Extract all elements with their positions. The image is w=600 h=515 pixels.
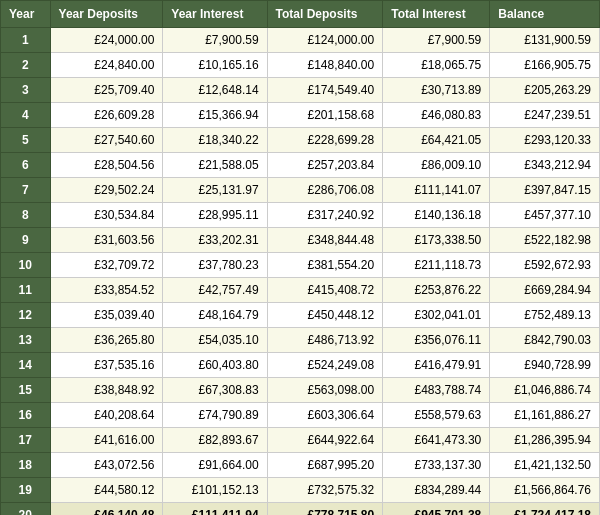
cell-yearInterest: £7,900.59 [163,28,267,53]
cell-totalInterest: £302,041.01 [383,303,490,328]
cell-totalInterest: £945,701.38 [383,503,490,516]
cell-totalDeposits: £687,995.20 [267,453,383,478]
table-row: 12£35,039.40£48,164.79£450,448.12£302,04… [1,303,600,328]
cell-yearDeposits: £37,535.16 [50,353,163,378]
cell-totalDeposits: £286,706.08 [267,178,383,203]
cell-balance: £1,566,864.76 [490,478,600,503]
cell-totalDeposits: £415,408.72 [267,278,383,303]
table-row: 7£29,502.24£25,131.97£286,706.08£111,141… [1,178,600,203]
cell-balance: £669,284.94 [490,278,600,303]
header-year-interest: Year Interest [163,1,267,28]
cell-year: 9 [1,228,51,253]
cell-totalInterest: £18,065.75 [383,53,490,78]
cell-yearDeposits: £38,848.92 [50,378,163,403]
cell-year: 13 [1,328,51,353]
cell-totalInterest: £140,136.18 [383,203,490,228]
cell-yearDeposits: £36,265.80 [50,328,163,353]
cell-year: 17 [1,428,51,453]
cell-balance: £343,212.94 [490,153,600,178]
table-row: 2£24,840.00£10,165.16£148,840.00£18,065.… [1,53,600,78]
cell-yearInterest: £48,164.79 [163,303,267,328]
table-row: 5£27,540.60£18,340.22£228,699.28£64,421.… [1,128,600,153]
cell-totalInterest: £86,009.10 [383,153,490,178]
cell-balance: £522,182.98 [490,228,600,253]
cell-totalDeposits: £450,448.12 [267,303,383,328]
cell-balance: £752,489.13 [490,303,600,328]
cell-yearDeposits: £25,709.40 [50,78,163,103]
header-balance: Balance [490,1,600,28]
cell-balance: £1,046,886.74 [490,378,600,403]
cell-balance: £397,847.15 [490,178,600,203]
cell-balance: £940,728.99 [490,353,600,378]
cell-year: 5 [1,128,51,153]
cell-yearDeposits: £26,609.28 [50,103,163,128]
cell-totalDeposits: £201,158.68 [267,103,383,128]
table-row: 1£24,000.00£7,900.59£124,000.00£7,900.59… [1,28,600,53]
cell-totalInterest: £356,076.11 [383,328,490,353]
table-header-row: Year Year Deposits Year Interest Total D… [1,1,600,28]
table-row: 16£40,208.64£74,790.89£603,306.64£558,57… [1,403,600,428]
cell-yearDeposits: £28,504.56 [50,153,163,178]
cell-totalInterest: £641,473.30 [383,428,490,453]
table-row: 6£28,504.56£21,588.05£257,203.84£86,009.… [1,153,600,178]
cell-totalDeposits: £228,699.28 [267,128,383,153]
cell-totalDeposits: £148,840.00 [267,53,383,78]
cell-totalInterest: £173,338.50 [383,228,490,253]
cell-totalDeposits: £524,249.08 [267,353,383,378]
cell-totalDeposits: £317,240.92 [267,203,383,228]
cell-totalDeposits: £486,713.92 [267,328,383,353]
cell-yearDeposits: £33,854.52 [50,278,163,303]
cell-totalInterest: £211,118.73 [383,253,490,278]
cell-year: 11 [1,278,51,303]
cell-yearInterest: £67,308.83 [163,378,267,403]
cell-totalDeposits: £778,715.80 [267,503,383,516]
cell-year: 16 [1,403,51,428]
cell-balance: £842,790.03 [490,328,600,353]
cell-yearInterest: £28,995.11 [163,203,267,228]
cell-year: 10 [1,253,51,278]
cell-totalDeposits: £348,844.48 [267,228,383,253]
table-row: 17£41,616.00£82,893.67£644,922.64£641,47… [1,428,600,453]
cell-yearInterest: £12,648.14 [163,78,267,103]
cell-year: 12 [1,303,51,328]
cell-yearInterest: £18,340.22 [163,128,267,153]
cell-totalInterest: £834,289.44 [383,478,490,503]
cell-yearDeposits: £24,000.00 [50,28,163,53]
cell-totalDeposits: £124,000.00 [267,28,383,53]
cell-totalInterest: £558,579.63 [383,403,490,428]
cell-year: 3 [1,78,51,103]
table-body: 1£24,000.00£7,900.59£124,000.00£7,900.59… [1,28,600,516]
table-row: 11£33,854.52£42,757.49£415,408.72£253,87… [1,278,600,303]
cell-totalDeposits: £381,554.20 [267,253,383,278]
cell-totalInterest: £111,141.07 [383,178,490,203]
cell-yearInterest: £60,403.80 [163,353,267,378]
cell-balance: £293,120.33 [490,128,600,153]
cell-year: 8 [1,203,51,228]
cell-yearInterest: £25,131.97 [163,178,267,203]
cell-year: 7 [1,178,51,203]
cell-balance: £1,161,886.27 [490,403,600,428]
table-row: 8£30,534.84£28,995.11£317,240.92£140,136… [1,203,600,228]
cell-yearDeposits: £41,616.00 [50,428,163,453]
cell-year: 20 [1,503,51,516]
cell-year: 4 [1,103,51,128]
table-row: 18£43,072.56£91,664.00£687,995.20£733,13… [1,453,600,478]
cell-yearDeposits: £27,540.60 [50,128,163,153]
cell-yearInterest: £10,165.16 [163,53,267,78]
cell-year: 6 [1,153,51,178]
cell-yearDeposits: £44,580.12 [50,478,163,503]
table-row: 15£38,848.92£67,308.83£563,098.00£483,78… [1,378,600,403]
table-row: 13£36,265.80£54,035.10£486,713.92£356,07… [1,328,600,353]
financial-table: Year Year Deposits Year Interest Total D… [0,0,600,515]
cell-totalInterest: £30,713.89 [383,78,490,103]
cell-balance: £1,724,417.18 [490,503,600,516]
table-row: 19£44,580.12£101,152.13£732,575.32£834,2… [1,478,600,503]
cell-balance: £131,900.59 [490,28,600,53]
cell-yearInterest: £82,893.67 [163,428,267,453]
cell-totalDeposits: £257,203.84 [267,153,383,178]
cell-yearInterest: £91,664.00 [163,453,267,478]
cell-yearInterest: £54,035.10 [163,328,267,353]
cell-yearDeposits: £31,603.56 [50,228,163,253]
header-year: Year [1,1,51,28]
cell-yearDeposits: £46,140.48 [50,503,163,516]
